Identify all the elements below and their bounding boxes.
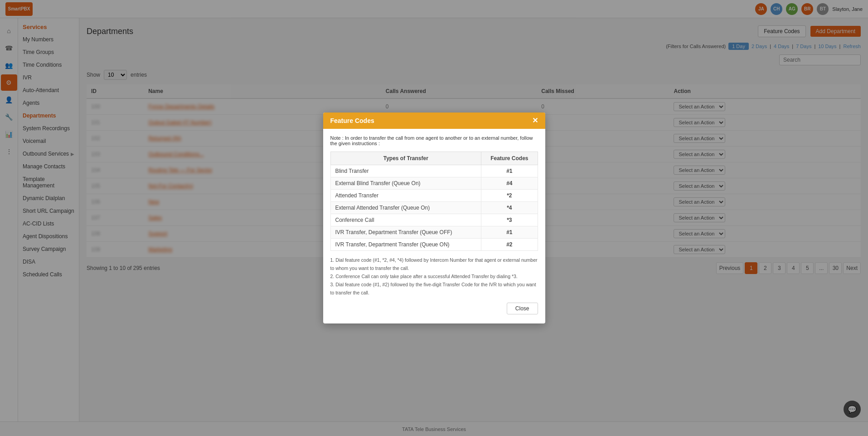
- modal-footer: Close: [330, 303, 538, 317]
- modal-footnotes: 1. Dial feature code (#1, *2, #4, *4) fo…: [330, 256, 538, 297]
- feature-type: External Blind Transfer (Queue On): [330, 177, 481, 190]
- feature-table-row: Blind Transfer #1: [330, 165, 538, 177]
- feature-table-row: External Blind Transfer (Queue On) #4: [330, 177, 538, 190]
- modal-body: Note : In order to transfer the call fro…: [323, 129, 545, 323]
- feature-table-row: Conference Call *3: [330, 214, 538, 226]
- feature-type: IVR Transfer, Department Transfer (Queue…: [330, 239, 481, 251]
- modal-overlay[interactable]: Feature Codes ✕ Note : In order to trans…: [0, 0, 868, 436]
- feature-code: #2: [481, 239, 538, 251]
- feature-table-row: IVR Transfer, Department Transfer (Queue…: [330, 239, 538, 251]
- feature-col-code: Feature Codes: [481, 152, 538, 165]
- feature-table-row: External Attended Transfer (Queue On) *4: [330, 202, 538, 214]
- modal-close-button[interactable]: ✕: [532, 117, 538, 124]
- feature-code: *2: [481, 190, 538, 202]
- feature-type: Conference Call: [330, 214, 481, 226]
- modal-footnote: 1. Dial feature code (#1, *2, #4, *4) fo…: [330, 256, 538, 273]
- modal-close-btn[interactable]: Close: [507, 303, 538, 314]
- feature-codes-table: Types of Transfer Feature Codes Blind Tr…: [330, 152, 538, 251]
- feature-code: #1: [481, 226, 538, 239]
- feature-code: *3: [481, 214, 538, 226]
- feature-codes-modal: Feature Codes ✕ Note : In order to trans…: [323, 113, 545, 323]
- feature-col-type: Types of Transfer: [330, 152, 481, 165]
- feature-table-row: IVR Transfer, Department Transfer (Queue…: [330, 226, 538, 239]
- feature-code: #4: [481, 177, 538, 190]
- modal-title: Feature Codes: [330, 117, 374, 124]
- modal-footnote: 3. Dial feature code (#1, #2) followed b…: [330, 281, 538, 297]
- feature-type: Blind Transfer: [330, 165, 481, 177]
- feature-type: IVR Transfer, Department Transfer (Queue…: [330, 226, 481, 239]
- feature-type: External Attended Transfer (Queue On): [330, 202, 481, 214]
- feature-table-row: Attended Transfer *2: [330, 190, 538, 202]
- feature-type: Attended Transfer: [330, 190, 481, 202]
- feature-code: *4: [481, 202, 538, 214]
- modal-footnote: 2. Conference Call can only take place a…: [330, 273, 538, 281]
- feature-code: #1: [481, 165, 538, 177]
- modal-note: Note : In order to transfer the call fro…: [330, 135, 538, 146]
- modal-header: Feature Codes ✕: [323, 113, 545, 129]
